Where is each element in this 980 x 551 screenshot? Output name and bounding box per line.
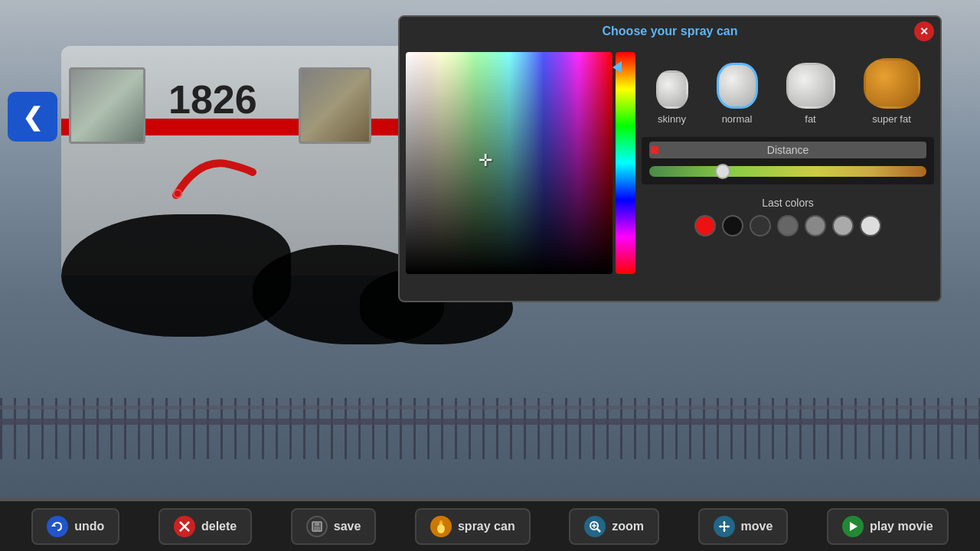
modal-close-button[interactable]: ✕ (914, 21, 934, 41)
modal-title: Choose your spray can (603, 24, 738, 38)
save-icon (306, 516, 328, 537)
color-swatch-1[interactable] (722, 215, 743, 236)
svg-marker-16 (719, 525, 721, 528)
toolbar: undo delete save spray can zoom move (0, 501, 980, 551)
delete-button[interactable]: delete (158, 508, 252, 545)
color-swatch-3[interactable] (777, 215, 799, 236)
distance-label: Distance (649, 142, 926, 158)
can-label-superfat: super fat (872, 113, 911, 125)
hue-indicator (612, 61, 622, 73)
color-swatch-6[interactable] (860, 215, 881, 236)
zoom-button[interactable]: zoom (569, 508, 659, 545)
spray-can-button[interactable]: spray can (415, 508, 531, 545)
back-button[interactable] (8, 92, 57, 142)
can-icon-skinny (656, 70, 688, 109)
color-crosshair: ✛ (479, 152, 492, 169)
distance-slider[interactable] (649, 166, 926, 177)
svg-point-7 (437, 524, 445, 533)
svg-marker-17 (727, 525, 730, 528)
last-colors-section: Last colors (642, 194, 934, 240)
last-colors-row (642, 215, 934, 236)
train-number: 1826 (168, 77, 257, 122)
spray-can-label: spray can (458, 520, 515, 533)
delete-icon (174, 516, 195, 537)
can-icon-superfat (864, 58, 920, 109)
can-option-skinny[interactable]: skinny (656, 70, 688, 125)
play-movie-label: play movie (870, 520, 933, 533)
svg-marker-15 (723, 530, 726, 532)
play-movie-button[interactable]: play movie (827, 508, 949, 545)
color-gradient-picker[interactable]: ✛ (406, 52, 612, 274)
spray-can-modal: Choose your spray can ✕ ✛ skinny (398, 15, 942, 302)
can-icon-normal (717, 63, 758, 109)
fence-rail-1 (0, 419, 980, 425)
color-swatch-0[interactable] (694, 215, 716, 236)
last-colors-label: Last colors (642, 197, 934, 209)
hue-bar[interactable] (616, 52, 635, 274)
right-panel: skinny normal fat super fat (642, 52, 934, 274)
undo-label: undo (74, 520, 104, 533)
can-option-normal[interactable]: normal (717, 63, 758, 125)
undo-button[interactable]: undo (31, 508, 119, 545)
color-picker-area: ✛ (406, 52, 635, 274)
move-icon (714, 516, 735, 537)
can-option-fat[interactable]: fat (786, 63, 835, 125)
fence-rail-2 (0, 406, 980, 409)
play-icon (842, 516, 864, 537)
svg-point-9 (439, 520, 443, 523)
train-window-right (299, 67, 371, 144)
svg-rect-5 (315, 522, 319, 526)
distance-section: Distance (642, 137, 934, 184)
color-swatch-2[interactable] (750, 215, 771, 236)
can-label-normal: normal (722, 113, 753, 125)
modal-titlebar: Choose your spray can ✕ (400, 17, 940, 46)
can-sizes-row: skinny normal fat super fat (642, 55, 934, 128)
spray-can-icon (430, 516, 452, 537)
svg-rect-6 (314, 527, 320, 530)
undo-icon (47, 516, 68, 537)
save-label: save (334, 520, 361, 533)
color-swatch-5[interactable] (832, 215, 854, 236)
svg-marker-18 (850, 522, 858, 531)
modal-body: ✛ skinny normal (400, 46, 940, 280)
red-brush-stroke (168, 142, 268, 210)
train-window-left (69, 67, 145, 144)
color-swatch-4[interactable] (805, 215, 826, 236)
can-option-superfat[interactable]: super fat (864, 58, 920, 125)
move-label: move (741, 520, 773, 533)
save-button[interactable]: save (291, 508, 377, 545)
move-button[interactable]: move (698, 508, 789, 545)
svg-marker-14 (723, 521, 726, 523)
delete-label: delete (201, 520, 237, 533)
can-icon-fat (786, 63, 835, 109)
can-label-skinny: skinny (658, 113, 686, 125)
zoom-icon (584, 516, 606, 537)
can-label-fat: fat (805, 113, 815, 125)
zoom-label: zoom (612, 520, 644, 533)
svg-line-11 (597, 529, 600, 532)
